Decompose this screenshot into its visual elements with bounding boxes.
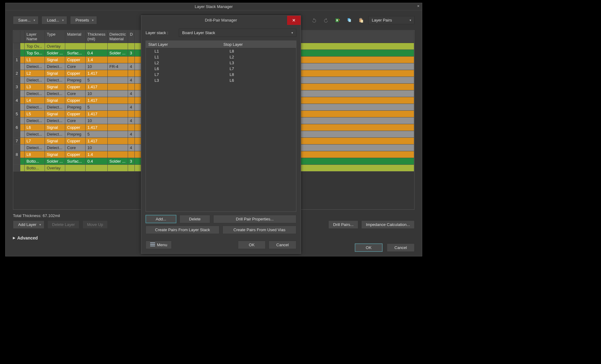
modal-ok-button[interactable]: OK: [238, 241, 266, 249]
menu-button[interactable]: Menu: [146, 241, 172, 249]
export-excel-icon[interactable]: [333, 16, 342, 25]
triangle-right-icon: ▶: [13, 236, 15, 239]
window-title: Layer Stack Manager: [195, 4, 233, 9]
presets-button[interactable]: Presets▾: [70, 16, 97, 24]
col-material[interactable]: Material: [65, 30, 86, 43]
load-button[interactable]: Load...▾: [42, 16, 67, 24]
col-d[interactable]: D: [128, 30, 135, 43]
drill-pairs-button[interactable]: Drill Pairs...: [328, 220, 358, 229]
load-label: Load...: [47, 18, 59, 22]
impedance-calculation-button[interactable]: Impedance Calculation...: [361, 220, 415, 229]
drill-props-label: Drill Pair Properties...: [236, 217, 274, 221]
drill-pairs-table[interactable]: Start Layer Stop Layer L1L8L1L2L2L3L6L7L…: [146, 41, 296, 212]
col-dielectric-material[interactable]: Dielectric Material: [107, 30, 128, 43]
col-layer-name[interactable]: Layer Name: [25, 30, 45, 43]
add-label: Add...: [156, 217, 166, 221]
svg-rect-4: [360, 18, 362, 19]
save-label: Save...: [18, 18, 30, 22]
chevron-down-icon: ▾: [410, 18, 411, 22]
menu-label: Menu: [157, 243, 167, 247]
modal-cancel-button[interactable]: Cancel: [269, 241, 296, 249]
delete-layer-label: Delete Layer: [52, 222, 75, 227]
chevron-down-icon: ▾: [92, 18, 94, 22]
create-from-vias-label: Create Pairs From Used Vias: [234, 228, 286, 232]
redo-icon[interactable]: [322, 16, 330, 25]
drill-pair-properties-button[interactable]: Drill Pair Properties...: [213, 215, 296, 223]
list-item[interactable]: L2L3: [146, 60, 296, 66]
list-item[interactable]: L6L7: [146, 66, 296, 72]
add-layer-label: Add Layer: [18, 222, 36, 227]
layer-pairs-dropdown[interactable]: Layer Pairs ▾: [368, 16, 415, 24]
presets-label: Presets: [75, 18, 89, 22]
close-icon[interactable]: ✕: [287, 16, 301, 25]
col-stop-layer[interactable]: Stop Layer: [221, 41, 296, 48]
modal-cancel-label: Cancel: [276, 243, 289, 247]
paste-icon[interactable]: [357, 16, 365, 25]
modal-footer: Menu OK Cancel: [141, 236, 301, 253]
col-thickness[interactable]: Thickness (mil): [86, 30, 108, 43]
col-type[interactable]: Type: [45, 30, 65, 43]
chevron-down-icon: ▾: [39, 223, 41, 226]
layer-stack-manager-window: Layer Stack Manager × Save...▾ Load...▾ …: [5, 3, 422, 256]
list-item[interactable]: L7L8: [146, 72, 296, 77]
ok-label: OK: [366, 245, 372, 250]
advanced-label: Advanced: [17, 235, 38, 240]
list-item[interactable]: L1L2: [146, 54, 296, 60]
modal-ok-label: OK: [249, 243, 255, 247]
ok-button[interactable]: OK: [355, 243, 383, 252]
delete-label: Delete: [189, 217, 201, 221]
cancel-button[interactable]: Cancel: [387, 243, 415, 252]
layer-stack-row: Layer stack : Board Layer Stack ▾: [146, 29, 296, 37]
cancel-label: Cancel: [395, 245, 407, 250]
modal-body: Layer stack : Board Layer Stack ▾ Start …: [141, 25, 301, 236]
add-drill-pair-button[interactable]: Add...: [146, 215, 176, 223]
titlebar: Layer Stack Manager ×: [6, 3, 422, 10]
list-item[interactable]: L1L8: [146, 48, 296, 54]
add-layer-button[interactable]: Add Layer▾: [13, 220, 44, 229]
layer-pairs-label: Layer Pairs: [372, 18, 392, 22]
list-item[interactable]: L3L6: [146, 77, 296, 83]
create-pairs-from-layer-stack-button[interactable]: Create Pairs From Layer Stack: [146, 226, 219, 234]
svg-rect-5: [361, 20, 363, 22]
layer-stack-label: Layer stack :: [146, 30, 174, 35]
menu-icon: [150, 243, 155, 247]
layer-stack-value: Board Layer Stack: [182, 30, 215, 35]
undo-icon[interactable]: [310, 16, 319, 25]
layer-stack-dropdown[interactable]: Board Layer Stack ▾: [179, 29, 296, 37]
delete-drill-pair-button[interactable]: Delete: [179, 215, 210, 223]
chevron-down-icon: ▾: [291, 31, 293, 34]
close-icon[interactable]: ×: [417, 4, 419, 8]
delete-layer-button: Delete Layer: [47, 220, 79, 229]
move-up-label: Move Up: [87, 222, 103, 227]
col-start-layer[interactable]: Start Layer: [146, 41, 221, 48]
create-pairs-from-used-vias-button[interactable]: Create Pairs From Used Vias: [222, 226, 296, 234]
chevron-down-icon: ▾: [34, 18, 35, 22]
drill-pair-manager-dialog: Drill-Pair Manager ✕ Layer stack : Board…: [141, 15, 301, 254]
impedance-calc-label: Impedance Calculation...: [366, 222, 410, 227]
create-from-stack-label: Create Pairs From Layer Stack: [155, 228, 210, 232]
modal-titlebar: Drill-Pair Manager ✕: [141, 16, 301, 25]
save-button[interactable]: Save...▾: [13, 16, 38, 24]
drill-pairs-label: Drill Pairs...: [333, 222, 353, 227]
svg-rect-2: [349, 19, 351, 22]
chevron-down-icon: ▾: [62, 18, 64, 22]
move-up-button: Move Up: [82, 220, 108, 229]
copy-icon[interactable]: [345, 16, 354, 25]
modal-title: Drill-Pair Manager: [205, 18, 237, 22]
